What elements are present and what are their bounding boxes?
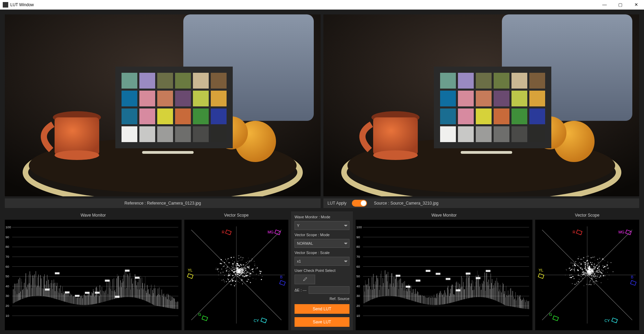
lut-apply-label: LUT Apply: [327, 201, 346, 206]
svg-point-644: [221, 280, 222, 281]
delta-e-value: [309, 286, 349, 294]
svg-point-1144: [594, 256, 595, 257]
svg-text:90: 90: [5, 235, 9, 239]
svg-rect-59: [476, 108, 492, 124]
svg-text:30: 30: [356, 294, 360, 298]
svg-point-1375: [597, 278, 598, 278]
svg-point-1073: [607, 264, 608, 266]
svg-point-590: [234, 269, 235, 270]
svg-point-439: [224, 262, 225, 263]
svg-rect-338: [45, 289, 50, 291]
svg-point-1425: [570, 268, 571, 269]
vector-mode-select[interactable]: NORMAL: [295, 239, 349, 248]
svg-point-620: [246, 266, 248, 267]
svg-point-1388: [586, 271, 587, 272]
svg-point-1138: [592, 267, 593, 267]
svg-point-1157: [582, 278, 583, 279]
svg-rect-1455: [553, 316, 559, 321]
close-button[interactable]: ✕: [628, 0, 644, 10]
svg-point-742: [242, 273, 243, 274]
svg-point-738: [237, 269, 238, 270]
svg-point-353: [223, 279, 224, 280]
svg-point-1294: [587, 271, 587, 271]
svg-rect-1453: [612, 318, 618, 323]
svg-point-1373: [597, 276, 598, 277]
svg-point-1046: [576, 285, 577, 285]
svg-rect-25: [175, 108, 191, 124]
svg-rect-11: [139, 73, 155, 89]
svg-rect-1039: [466, 273, 471, 275]
svg-rect-31: [175, 126, 191, 142]
svg-point-1396: [572, 265, 573, 266]
svg-point-718: [231, 284, 232, 285]
svg-rect-1040: [476, 277, 481, 279]
svg-point-1435: [589, 267, 590, 268]
eyedropper-button[interactable]: [295, 275, 315, 284]
svg-rect-342: [85, 292, 90, 294]
svg-point-462: [219, 278, 219, 279]
svg-point-1253: [596, 272, 596, 272]
svg-rect-1447: [576, 230, 582, 235]
svg-point-508: [245, 270, 245, 270]
svg-text:60: 60: [5, 265, 9, 268]
svg-point-1386: [586, 273, 587, 274]
svg-point-1368: [608, 267, 609, 268]
svg-point-1243: [588, 270, 588, 270]
source-preview: [323, 14, 639, 196]
minimize-button[interactable]: —: [597, 0, 612, 10]
svg-point-501: [234, 263, 235, 264]
wave-mode-select[interactable]: Y: [295, 221, 349, 230]
svg-point-1302: [582, 268, 583, 270]
send-lut-button[interactable]: Send LUT: [295, 304, 349, 314]
wave-title: Wave Monitor: [5, 211, 182, 220]
svg-rect-1451: [630, 280, 636, 285]
svg-rect-759: [261, 318, 267, 323]
svg-rect-54: [494, 91, 509, 106]
svg-point-503: [232, 267, 233, 268]
svg-rect-61: [511, 108, 527, 124]
svg-rect-29: [139, 126, 155, 142]
svg-rect-343: [95, 292, 100, 294]
svg-point-1353: [596, 280, 597, 281]
svg-point-483: [245, 276, 245, 277]
svg-point-1097: [600, 275, 601, 277]
svg-point-745: [249, 268, 249, 269]
svg-point-598: [226, 271, 227, 272]
svg-point-502: [242, 276, 243, 277]
svg-point-1378: [591, 270, 593, 271]
svg-point-1164: [609, 275, 609, 276]
svg-point-367: [228, 258, 229, 259]
svg-point-1429: [580, 258, 582, 260]
svg-point-1421: [587, 267, 588, 268]
save-lut-button[interactable]: Save LUT: [295, 317, 349, 327]
maximize-button[interactable]: ▢: [612, 0, 628, 10]
svg-point-709: [242, 268, 243, 269]
svg-point-1357: [582, 259, 582, 260]
svg-point-554: [255, 268, 256, 269]
svg-point-397: [223, 266, 224, 267]
svg-text:60: 60: [356, 265, 360, 268]
lut-apply-toggle[interactable]: [352, 200, 367, 207]
svg-point-1256: [595, 275, 596, 277]
svg-point-1113: [605, 276, 605, 277]
svg-point-1334: [590, 280, 591, 281]
svg-point-743: [235, 268, 235, 268]
svg-point-698: [238, 277, 239, 277]
svg-point-1443: [566, 269, 566, 269]
svg-point-1413: [586, 261, 588, 262]
svg-point-428: [229, 275, 229, 275]
svg-point-1271: [585, 275, 586, 276]
svg-point-668: [232, 281, 233, 281]
svg-point-1283: [573, 263, 573, 264]
svg-point-1061: [569, 277, 570, 278]
svg-point-1342: [611, 262, 612, 263]
svg-rect-51: [440, 91, 456, 106]
svg-point-1356: [586, 268, 586, 268]
svg-rect-1457: [538, 274, 544, 278]
vector-scale-select[interactable]: x1: [295, 257, 349, 266]
svg-rect-17: [139, 91, 155, 106]
svg-point-1433: [589, 269, 590, 270]
svg-point-566: [246, 262, 247, 263]
svg-point-725: [238, 270, 238, 270]
svg-point-1070: [599, 268, 600, 269]
